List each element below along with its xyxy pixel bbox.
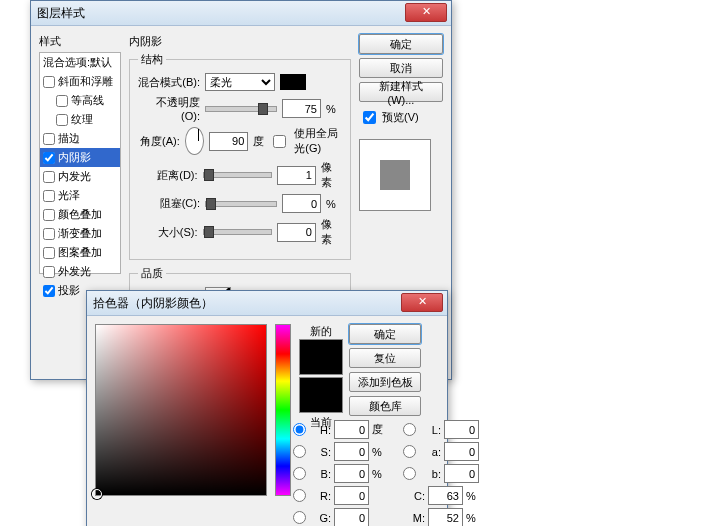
style-row-outer-glow[interactable]: 外发光 [40, 262, 120, 281]
distance-label: 距离(D): [138, 168, 198, 183]
b-input[interactable] [334, 464, 369, 483]
radio-r[interactable] [293, 489, 306, 502]
style-row-stroke[interactable]: 描边 [40, 129, 120, 148]
a-input[interactable] [444, 442, 479, 461]
distance-slider[interactable] [203, 172, 272, 178]
radio-b[interactable] [293, 467, 306, 480]
preview-label: 预览(V) [382, 110, 419, 125]
radio-h[interactable] [293, 423, 306, 436]
style-row-bevel[interactable]: 斜面和浮雕 [40, 72, 120, 91]
layer-style-title: 图层样式 [37, 5, 85, 22]
style-row-contour[interactable]: 等高线 [40, 91, 120, 110]
use-global-light-checkbox[interactable] [273, 135, 286, 148]
hue-slider[interactable] [275, 324, 291, 496]
style-row-texture[interactable]: 纹理 [40, 110, 120, 129]
section-title: 内阴影 [129, 34, 351, 49]
blending-options-row[interactable]: 混合选项:默认 [40, 53, 120, 72]
current-color-swatch[interactable] [299, 377, 343, 413]
add-to-swatches-button[interactable]: 添加到色板 [349, 372, 421, 392]
picker-reset-button[interactable]: 复位 [349, 348, 421, 368]
saturation-value-area[interactable] [95, 324, 267, 496]
g-input[interactable] [334, 508, 369, 526]
shadow-color-swatch[interactable] [280, 74, 306, 90]
size-slider[interactable] [203, 229, 272, 235]
opacity-unit: % [326, 103, 336, 115]
styles-list: 混合选项:默认 斜面和浮雕 等高线 纹理 描边 内阴影 内发光 光泽 颜色叠加 … [39, 52, 121, 274]
checkbox-satin[interactable] [43, 190, 55, 202]
l-input[interactable] [444, 420, 479, 439]
h-input[interactable] [334, 420, 369, 439]
blend-mode-label: 混合模式(B): [138, 75, 200, 90]
checkbox-bevel[interactable] [43, 76, 55, 88]
angle-dial[interactable] [185, 127, 205, 155]
size-unit: 像素 [321, 217, 342, 247]
choke-unit: % [326, 198, 336, 210]
opacity-label: 不透明度(O): [138, 95, 200, 122]
radio-a[interactable] [403, 445, 416, 458]
choke-input[interactable] [282, 194, 321, 213]
checkbox-inner-glow[interactable] [43, 171, 55, 183]
checkbox-inner-shadow[interactable] [43, 152, 55, 164]
color-model-fields: H:度 S:% B:% R: G: B: L: a: b: C:% M:% Y:… [293, 420, 479, 526]
distance-unit: 像素 [321, 160, 342, 190]
style-row-pattern-overlay[interactable]: 图案叠加 [40, 243, 120, 262]
preview-box [359, 139, 431, 211]
angle-input[interactable] [209, 132, 248, 151]
preview-checkbox[interactable] [363, 111, 376, 124]
checkbox-contour[interactable] [56, 95, 68, 107]
color-picker-title: 拾色器（内阴影颜色） [93, 295, 213, 312]
ok-button[interactable]: 确定 [359, 34, 443, 54]
radio-l[interactable] [403, 423, 416, 436]
radio-lab-b[interactable] [403, 467, 416, 480]
choke-label: 阻塞(C): [138, 196, 200, 211]
new-color-swatch[interactable] [299, 339, 343, 375]
distance-input[interactable] [277, 166, 316, 185]
angle-unit: 度 [253, 134, 264, 149]
picker-ok-button[interactable]: 确定 [349, 324, 421, 344]
lab-b-input[interactable] [444, 464, 479, 483]
close-icon[interactable]: ✕ [405, 3, 447, 22]
checkbox-color-overlay[interactable] [43, 209, 55, 221]
color-picker-window: 拾色器（内阴影颜色） ✕ 新的 当前 确定 复位 添加到色板 颜色库 [86, 290, 448, 526]
style-row-inner-glow[interactable]: 内发光 [40, 167, 120, 186]
checkbox-stroke[interactable] [43, 133, 55, 145]
style-row-inner-shadow[interactable]: 内阴影 [40, 148, 120, 167]
size-input[interactable] [277, 223, 316, 242]
quality-legend: 品质 [138, 266, 166, 281]
style-row-satin[interactable]: 光泽 [40, 186, 120, 205]
new-color-label: 新的 [299, 324, 343, 339]
color-picker-titlebar[interactable]: 拾色器（内阴影颜色） ✕ [87, 291, 447, 316]
radio-g[interactable] [293, 511, 306, 524]
checkbox-texture[interactable] [56, 114, 68, 126]
checkbox-gradient-overlay[interactable] [43, 228, 55, 240]
blend-mode-select[interactable]: 柔光 [205, 73, 275, 91]
structure-legend: 结构 [138, 52, 166, 67]
new-style-button[interactable]: 新建样式(W)... [359, 82, 443, 102]
layer-style-titlebar[interactable]: 图层样式 ✕ [31, 1, 451, 26]
size-label: 大小(S): [138, 225, 198, 240]
cancel-button[interactable]: 取消 [359, 58, 443, 78]
use-global-light-label: 使用全局光(G) [294, 126, 342, 156]
checkbox-pattern-overlay[interactable] [43, 247, 55, 259]
structure-group: 结构 混合模式(B): 柔光 不透明度(O): % 角度(A): [129, 52, 351, 260]
m-input[interactable] [428, 508, 463, 526]
style-row-gradient-overlay[interactable]: 渐变叠加 [40, 224, 120, 243]
radio-s[interactable] [293, 445, 306, 458]
c-input[interactable] [428, 486, 463, 505]
styles-panel-title: 样式 [39, 34, 121, 49]
sv-cursor-icon [92, 489, 102, 499]
angle-label: 角度(A): [138, 134, 180, 149]
opacity-input[interactable] [282, 99, 321, 118]
close-icon[interactable]: ✕ [401, 293, 443, 312]
r-input[interactable] [334, 486, 369, 505]
checkbox-drop-shadow[interactable] [43, 285, 55, 297]
checkbox-outer-glow[interactable] [43, 266, 55, 278]
choke-slider[interactable] [205, 201, 277, 207]
style-row-color-overlay[interactable]: 颜色叠加 [40, 205, 120, 224]
s-input[interactable] [334, 442, 369, 461]
opacity-slider[interactable] [205, 106, 277, 112]
color-libraries-button[interactable]: 颜色库 [349, 396, 421, 416]
